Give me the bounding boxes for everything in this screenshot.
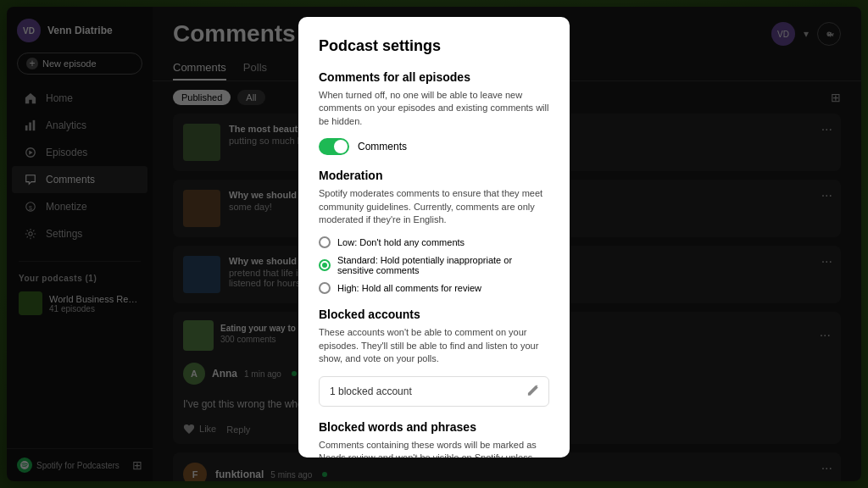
moderation-section-desc: Spotify moderates comments to ensure tha… — [319, 187, 549, 226]
toggle-row: Comments — [319, 138, 549, 155]
radio-low[interactable]: Low: Don't hold any comments — [319, 236, 549, 248]
moderation-section-title: Moderation — [319, 169, 549, 182]
podcast-settings-modal: Podcast settings Comments for all episod… — [298, 17, 570, 458]
modal-overlay: Podcast settings Comments for all episod… — [0, 0, 868, 488]
blocked-words-title: Blocked words and phrases — [319, 420, 549, 434]
blocked-accounts-field[interactable]: 1 blocked account — [319, 376, 549, 407]
moderation-radio-group: Low: Don't hold any comments Standard: H… — [319, 236, 549, 294]
radio-standard[interactable]: Standard: Hold potentially inappropriate… — [319, 255, 549, 275]
radio-label-standard: Standard: Hold potentially inappropriate… — [337, 255, 549, 275]
radio-label-low: Low: Don't hold any comments — [337, 237, 465, 247]
radio-label-high: High: Hold all comments for review — [337, 283, 481, 293]
radio-btn-high[interactable] — [319, 282, 331, 294]
edit-blocked-accounts-icon[interactable] — [527, 384, 539, 398]
blocked-accounts-desc: These accounts won't be able to comment … — [319, 326, 549, 365]
modal-title: Podcast settings — [319, 37, 549, 55]
comments-section-desc: When turned off, no one will be able to … — [319, 89, 549, 128]
blocked-words-desc: Comments containing these words will be … — [319, 439, 549, 458]
comments-toggle[interactable] — [319, 138, 349, 155]
radio-btn-low[interactable] — [319, 236, 331, 248]
blocked-accounts-title: Blocked accounts — [319, 308, 549, 321]
radio-btn-standard[interactable] — [319, 259, 331, 271]
comments-section-title: Comments for all episodes — [319, 70, 549, 84]
radio-high[interactable]: High: Hold all comments for review — [319, 282, 549, 294]
blocked-accounts-value: 1 blocked account — [330, 385, 412, 397]
toggle-label: Comments — [358, 141, 407, 152]
